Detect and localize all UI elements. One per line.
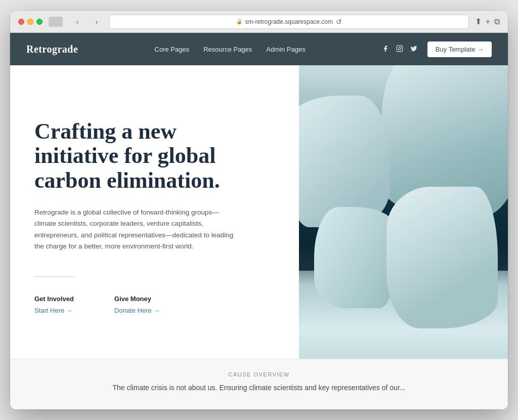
duplicate-tab-button[interactable]: ⧉	[494, 17, 500, 26]
site-nav-links: Core Pages Resource Pages Admin Pages	[155, 46, 306, 53]
hero-cta-heading-2: Give Money	[114, 295, 160, 303]
iceberg-4	[386, 187, 498, 328]
website-content: Retrograde Core Pages Resource Pages Adm…	[10, 33, 508, 409]
hero-content: Crafting a new initiative for global car…	[10, 65, 299, 359]
back-button[interactable]: ‹	[71, 15, 84, 28]
donate-here-link[interactable]: Donate Here →	[114, 307, 160, 314]
hero-cta-heading-1: Get Involved	[34, 295, 74, 303]
start-here-link[interactable]: Start Here →	[34, 307, 73, 314]
nav-link-admin-pages[interactable]: Admin Pages	[266, 46, 305, 53]
lock-icon: 🔒	[236, 19, 242, 24]
close-button[interactable]	[18, 19, 24, 25]
minimize-button[interactable]	[27, 19, 33, 25]
svg-rect-0	[397, 46, 403, 52]
traffic-lights	[18, 19, 42, 25]
address-bar[interactable]: 🔒 sm-retrograde.squarespace.com ↺	[109, 15, 469, 29]
nav-link-core-pages[interactable]: Core Pages	[155, 46, 190, 53]
maximize-button[interactable]	[36, 19, 42, 25]
nav-link-resource-pages[interactable]: Resource Pages	[203, 46, 252, 53]
iceberg-scene	[299, 65, 508, 359]
browser-actions: ⬆ + ⧉	[475, 17, 500, 26]
twitter-icon[interactable]	[410, 45, 417, 54]
share-button[interactable]: ⬆	[475, 17, 482, 26]
svg-point-1	[399, 47, 401, 50]
forward-button[interactable]: ›	[90, 15, 103, 28]
buy-template-button[interactable]: Buy Template →	[427, 41, 492, 57]
hero-section: Crafting a new initiative for global car…	[10, 65, 508, 359]
hero-image	[299, 65, 508, 359]
hero-cta-give-money: Give Money Donate Here →	[114, 295, 160, 315]
reload-button[interactable]: ↺	[336, 18, 342, 26]
social-icons	[382, 45, 417, 54]
site-navbar: Retrograde Core Pages Resource Pages Adm…	[10, 33, 508, 65]
site-logo[interactable]: Retrograde	[26, 44, 78, 55]
hero-description: Retrograde is a global collective of for…	[34, 207, 237, 252]
browser-chrome: ‹ › 🔒 sm-retrograde.squarespace.com ↺ ⬆ …	[10, 11, 508, 33]
below-fold-section: Cause Overview The climate crisis is not…	[10, 359, 508, 409]
facebook-icon[interactable]	[382, 45, 389, 54]
hero-title: Crafting a new initiative for global car…	[34, 119, 257, 193]
window-controls-icon[interactable]	[49, 17, 63, 27]
iceberg-3	[314, 207, 395, 308]
new-tab-button[interactable]: +	[486, 17, 490, 26]
site-nav-right: Buy Template →	[382, 41, 492, 57]
url-text: sm-retrograde.squarespace.com	[245, 18, 333, 25]
hero-cta-get-involved: Get Involved Start Here →	[34, 295, 74, 315]
svg-point-2	[401, 47, 401, 47]
hero-divider	[34, 276, 75, 277]
instagram-icon[interactable]	[396, 45, 403, 54]
below-fold-preview: The climate crisis is not about us. Ensu…	[113, 384, 406, 392]
section-label: Cause Overview	[228, 371, 289, 377]
browser-window: ‹ › 🔒 sm-retrograde.squarespace.com ↺ ⬆ …	[10, 11, 508, 409]
hero-ctas: Get Involved Start Here → Give Money Don…	[34, 295, 275, 315]
